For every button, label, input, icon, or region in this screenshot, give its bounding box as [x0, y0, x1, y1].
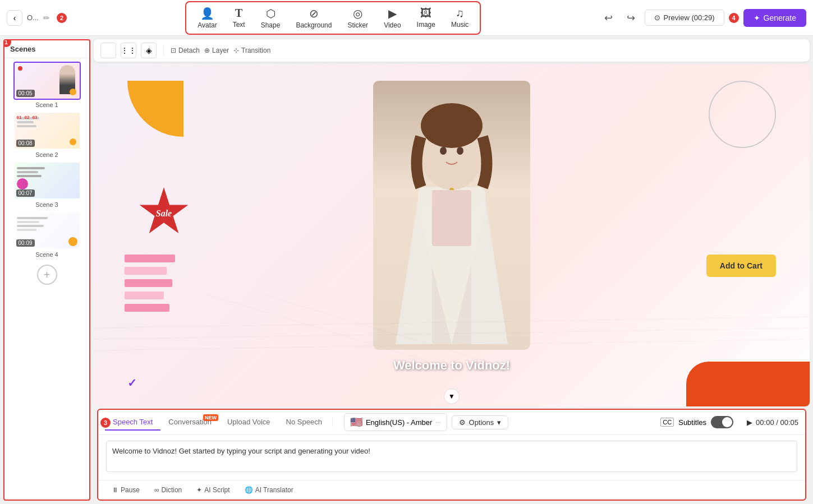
detach-button[interactable]: ⊡ Detach [171, 47, 200, 54]
options-chevron-icon: ▾ [497, 418, 501, 427]
generate-button[interactable]: ✦ Generate [743, 9, 806, 27]
bottom-actions: ⏸ Pause ∞ Diction ✦ AI Script 🌐 AI Trans… [98, 480, 805, 500]
shape-icon: ⬡ [266, 7, 275, 20]
transition-button[interactable]: ⊹ Transition [233, 47, 270, 54]
scene-item-3[interactable]: 00:07 Scene 3 [8, 161, 86, 208]
tool-sticker[interactable]: ◎ Sticker [341, 4, 375, 31]
options-label: Options [469, 418, 494, 427]
tool-image[interactable]: 🖼 Image [410, 4, 442, 31]
scene-thumb-1[interactable]: 00:05 [13, 62, 81, 100]
music-icon: ♫ [456, 7, 464, 20]
tool-image-label: Image [417, 21, 435, 29]
toolbar-right: ↩ ↪ ⊙ Preview (00:29) 4 ✦ Generate [600, 9, 806, 27]
toolbar-badge-4: 4 [729, 13, 739, 23]
voice-more-icon: ··· [435, 419, 440, 426]
preview-button[interactable]: ⊙ Preview (00:29) [645, 10, 724, 26]
svg-point-6 [457, 147, 463, 155]
tool-video[interactable]: ▶ Video [377, 4, 407, 31]
ai-translator-button[interactable]: 🌐 AI Translator [238, 484, 300, 496]
tab-conversation[interactable]: Conversation NEW [160, 414, 219, 431]
tool-background[interactable]: ⊘ Background [289, 4, 338, 31]
scene-3-label: Scene 3 [35, 201, 58, 208]
tool-text-label: Text [233, 21, 245, 29]
ai-script-button[interactable]: ✦ AI Script [190, 484, 236, 496]
scene-thumb-3[interactable]: 00:07 [13, 161, 81, 200]
canvas-viewport[interactable]: Sale Sale [94, 64, 810, 406]
pattern-button[interactable]: ⋮⋮ [121, 43, 136, 58]
tool-music-label: Music [451, 21, 468, 29]
speech-textarea[interactable] [106, 441, 797, 472]
orange-semicircle-decoration [127, 81, 183, 137]
preview-play-icon: ⊙ [654, 13, 660, 22]
flag-icon: 🇺🇸 [350, 416, 362, 428]
scenes-panel: 1 Scenes 00:05 Scene 1 [3, 39, 90, 501]
scenes-header: Scenes [4, 40, 89, 58]
tab-upload-voice[interactable]: Upload Voice [219, 414, 278, 431]
bottom-tabs: 3 Speech Text Conversation NEW Upload Vo… [98, 410, 805, 435]
scene-item-2[interactable]: 01 02 03 00:08 Scene 2 [8, 112, 86, 158]
tool-shape[interactable]: ⬡ Shape [254, 4, 287, 31]
scene-thumb-4[interactable]: 00:09 [13, 211, 81, 249]
color-picker-button[interactable] [100, 43, 116, 58]
toolbar-left: ‹ O... ✏ 2 [7, 10, 67, 26]
diction-label: Diction [162, 486, 182, 494]
text-icon: T [235, 7, 242, 20]
subtitles-section: CC Subtitles [660, 416, 733, 428]
pause-button[interactable]: ⏸ Pause [105, 484, 146, 496]
tab-divider [332, 418, 333, 427]
sale-badge[interactable]: Sale Sale [139, 187, 189, 238]
svg-line-10 [94, 328, 810, 339]
undo-button[interactable]: ↩ [600, 9, 618, 27]
canvas-scroll-down-button[interactable]: ▼ [444, 389, 460, 404]
edit-icon[interactable]: ✏ [43, 13, 50, 22]
scene-1-label: Scene 1 [35, 101, 58, 108]
tab-speech-text[interactable]: Speech Text [105, 414, 160, 431]
upload-voice-label: Upload Voice [227, 418, 270, 426]
back-button[interactable]: ‹ [7, 10, 22, 26]
svg-line-12 [206, 294, 430, 362]
subtitles-toggle[interactable] [711, 416, 733, 428]
scene-item-4[interactable]: 00:09 Scene 4 [8, 211, 86, 258]
bottom-panel-badge-3: 3 [100, 418, 111, 428]
svg-line-13 [262, 294, 486, 362]
avatar-icon: 👤 [200, 7, 214, 20]
canvas-content: Sale Sale [94, 64, 810, 406]
layer-button[interactable]: ⊕ Layer [204, 47, 229, 54]
scene-thumb-2[interactable]: 01 02 03 00:08 [13, 112, 81, 150]
speech-text-area [98, 435, 805, 480]
timer-section: ▶ 00:00 / 00:05 [747, 418, 798, 427]
tool-text[interactable]: T Text [226, 4, 252, 31]
tool-music[interactable]: ♫ Music [444, 4, 475, 31]
ai-translator-icon: 🌐 [245, 486, 253, 494]
speech-text-label: Speech Text [113, 418, 153, 426]
toggle-knob [722, 417, 732, 427]
transition-icon: ⊹ [233, 47, 239, 54]
layer-label: Layer [212, 47, 229, 54]
voice-selector[interactable]: 🇺🇸 English(US) - Amber ··· [344, 413, 447, 431]
add-to-cart-button[interactable]: Add to Cart [706, 255, 776, 277]
redo-button[interactable]: ↪ [622, 9, 640, 27]
generate-icon: ✦ [754, 13, 760, 22]
scene-4-label: Scene 4 [35, 251, 58, 258]
fill-button[interactable]: ◈ [141, 43, 157, 58]
tab-no-speech[interactable]: No Speech [278, 414, 330, 431]
scene-1-time: 00:05 [16, 90, 35, 97]
svg-line-11 [94, 339, 810, 350]
tool-avatar[interactable]: 👤 Avatar [191, 4, 223, 31]
sale-star-svg: Sale [139, 187, 189, 238]
subtitles-label: Subtitles [678, 418, 706, 427]
cc-icon: CC [660, 418, 674, 427]
gray-circle-decoration [709, 81, 776, 148]
scene-item-1[interactable]: 00:05 Scene 1 [8, 62, 86, 108]
tool-sticker-label: Sticker [347, 21, 368, 29]
tool-avatar-label: Avatar [197, 21, 217, 29]
background-icon: ⊘ [309, 7, 319, 20]
no-speech-label: No Speech [286, 418, 322, 426]
sticker-icon: ◎ [353, 7, 362, 20]
add-scene-button[interactable]: + [37, 265, 57, 285]
scene-2-time: 00:08 [16, 140, 35, 147]
play-icon[interactable]: ▶ [747, 418, 752, 427]
options-button[interactable]: ⚙ Options ▾ [452, 415, 509, 429]
diction-button[interactable]: ∞ Diction [148, 484, 189, 496]
top-toolbar: ‹ O... ✏ 2 👤 Avatar T Text ⬡ Shape ⊘ Bac… [0, 0, 813, 36]
